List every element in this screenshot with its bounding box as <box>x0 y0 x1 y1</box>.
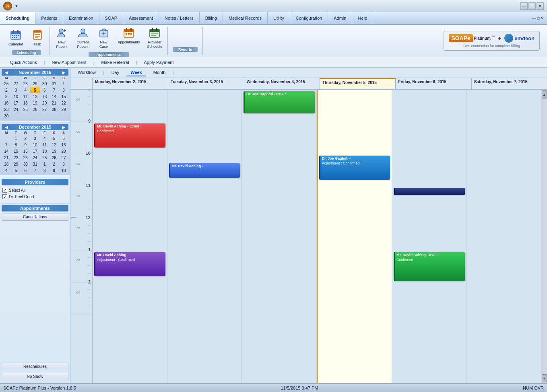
cal-cell[interactable]: 1 <box>40 161 50 167</box>
dr-feel-good-checkbox[interactable]: ✓ <box>2 194 7 199</box>
cal-cell[interactable]: 3 <box>59 161 68 167</box>
appt-gaglioti-rof-wed[interactable]: Dr. Joe Gaglioti - ROF : <box>244 91 315 113</box>
cal-cell[interactable]: 16 <box>2 100 11 106</box>
cal-cell[interactable]: 9 <box>2 93 11 100</box>
make-referral-link[interactable]: Make Referral <box>96 59 134 66</box>
appt-david-adjustment-mon[interactable]: Mr. David Aching - Adjustment : Confirme… <box>94 252 165 276</box>
cal-cell[interactable]: 8 <box>59 87 68 93</box>
minimize-button[interactable]: — <box>520 2 528 10</box>
appt-dark-fri[interactable] <box>394 188 465 195</box>
cal-cell[interactable]: 2 <box>2 87 11 93</box>
apply-payment-link[interactable]: Apply Payment <box>139 59 179 66</box>
cal-cell[interactable]: 7 <box>50 87 59 93</box>
cal-cell[interactable]: 2 <box>50 161 59 167</box>
cal-cell[interactable]: 15 <box>11 148 21 154</box>
current-patient-button[interactable]: CurrentPatient <box>73 25 93 51</box>
week-tab[interactable]: Week <box>126 69 146 76</box>
cal-cell[interactable]: 4 <box>40 135 50 142</box>
appt-gaglioti-adjustment-thu[interactable]: Dr. Joe Gaglioti - Adjustment : Confirme… <box>319 156 390 180</box>
menu-patients[interactable]: Patients <box>35 12 63 24</box>
cal-cell[interactable]: 20 <box>40 100 50 106</box>
new-case-button[interactable]: NewCase <box>94 25 114 51</box>
task-button[interactable]: Task <box>28 27 47 49</box>
prev-month-dec-button[interactable]: ◀ <box>3 125 10 129</box>
reschedules-item[interactable]: Reschedules <box>2 363 68 370</box>
menu-soap[interactable]: SOAP <box>99 12 124 24</box>
menu-utility[interactable]: Utility <box>268 12 290 24</box>
cal-cell[interactable]: 29 <box>30 80 40 87</box>
cal-cell[interactable]: 1 <box>59 80 68 87</box>
cal-cell[interactable]: 22 <box>11 154 21 161</box>
scroll-down[interactable]: ▼ <box>542 374 547 382</box>
cal-cell[interactable]: 16 <box>21 148 30 154</box>
cal-cell[interactable]: 27 <box>11 80 21 87</box>
next-month-button[interactable]: ▶ <box>60 70 67 75</box>
month-tab[interactable]: Month <box>149 69 170 76</box>
menu-admin[interactable]: Admin <box>328 12 352 24</box>
day-tab[interactable]: Day <box>107 69 124 76</box>
cal-cell[interactable]: 18 <box>21 100 30 106</box>
prev-month-button[interactable]: ◀ <box>3 70 10 75</box>
cal-cell[interactable]: 28 <box>21 80 30 87</box>
cal-cell[interactable]: 19 <box>30 100 40 106</box>
no-show-item[interactable]: No Show <box>2 373 68 380</box>
cal-cell[interactable]: 27 <box>40 106 50 113</box>
cal-cell[interactable]: 27 <box>59 154 68 161</box>
cal-cell[interactable]: 22 <box>59 100 68 106</box>
cancellations-item[interactable]: Cancellations <box>2 213 68 221</box>
cal-cell[interactable]: 23 <box>2 106 11 113</box>
cal-cell[interactable]: 26 <box>50 154 59 161</box>
cal-cell[interactable]: 28 <box>2 161 11 167</box>
cal-cell[interactable]: 5 <box>11 167 21 174</box>
quick-actions-link[interactable]: Quick Actions <box>5 59 42 66</box>
scroll-up[interactable]: ▲ <box>542 90 547 99</box>
scroll-bar[interactable]: ▲ ▼ <box>541 90 547 383</box>
cal-cell[interactable]: 30 <box>2 113 11 119</box>
cal-cell[interactable]: 3 <box>30 135 40 142</box>
cal-cell[interactable]: 15 <box>59 93 68 100</box>
cal-cell[interactable]: 14 <box>50 93 59 100</box>
cal-cell[interactable]: 7 <box>2 142 11 148</box>
cal-cell[interactable]: 10 <box>11 93 21 100</box>
cal-cell[interactable]: 30 <box>21 161 30 167</box>
menu-help[interactable]: Help <box>352 12 373 24</box>
cal-cell[interactable]: 25 <box>21 106 30 113</box>
provider-select-all[interactable]: ✓ Select All <box>2 187 68 193</box>
cal-cell[interactable]: 1 <box>11 135 21 142</box>
cal-cell[interactable]: 21 <box>2 154 11 161</box>
cal-cell[interactable] <box>11 113 21 119</box>
cal-cell[interactable]: 10 <box>30 142 40 148</box>
cal-cell[interactable]: 29 <box>11 161 21 167</box>
cal-cell[interactable]: 26 <box>2 80 11 87</box>
cal-cell[interactable]: 4 <box>2 167 11 174</box>
cal-cell[interactable]: 11 <box>21 93 30 100</box>
menu-notes-letters[interactable]: Notes / Letters <box>159 12 200 24</box>
cal-cell[interactable]: 8 <box>11 142 21 148</box>
menu-scheduling[interactable]: Scheduling <box>0 12 35 24</box>
cal-cell[interactable]: 20 <box>59 148 68 154</box>
cal-cell[interactable]: 23 <box>21 154 30 161</box>
cal-cell[interactable]: 29 <box>59 106 68 113</box>
maximize-button[interactable]: □ <box>528 2 536 10</box>
cal-cell[interactable]: 18 <box>40 148 50 154</box>
appt-david-exam[interactable]: Mr. David Aching - Exam : Confirmed <box>94 123 165 148</box>
cal-cell[interactable]: 25 <box>40 154 50 161</box>
appointments-button[interactable]: Appointments <box>115 25 143 51</box>
cal-cell[interactable]: 13 <box>40 93 50 100</box>
menu-examination[interactable]: Examination <box>63 12 99 24</box>
cal-cell[interactable]: 12 <box>50 142 59 148</box>
menu-medical-records[interactable]: Medical Records <box>223 12 268 24</box>
cal-cell[interactable]: 6 <box>21 167 30 174</box>
calendar-button[interactable]: Calendar <box>6 27 26 49</box>
cal-cell[interactable]: 6 <box>40 87 50 93</box>
cal-cell-today[interactable]: 5 <box>30 87 40 93</box>
cal-cell[interactable]: 11 <box>40 142 50 148</box>
cal-cell[interactable]: 5 <box>50 135 59 142</box>
cal-cell[interactable]: 26 <box>30 106 40 113</box>
cal-cell[interactable]: 31 <box>30 161 40 167</box>
cal-cell[interactable]: 7 <box>30 167 40 174</box>
cal-cell[interactable]: 28 <box>50 106 59 113</box>
cal-cell[interactable]: 4 <box>21 87 30 93</box>
cal-cell[interactable]: 21 <box>50 100 59 106</box>
next-month-dec-button[interactable]: ▶ <box>60 125 67 129</box>
